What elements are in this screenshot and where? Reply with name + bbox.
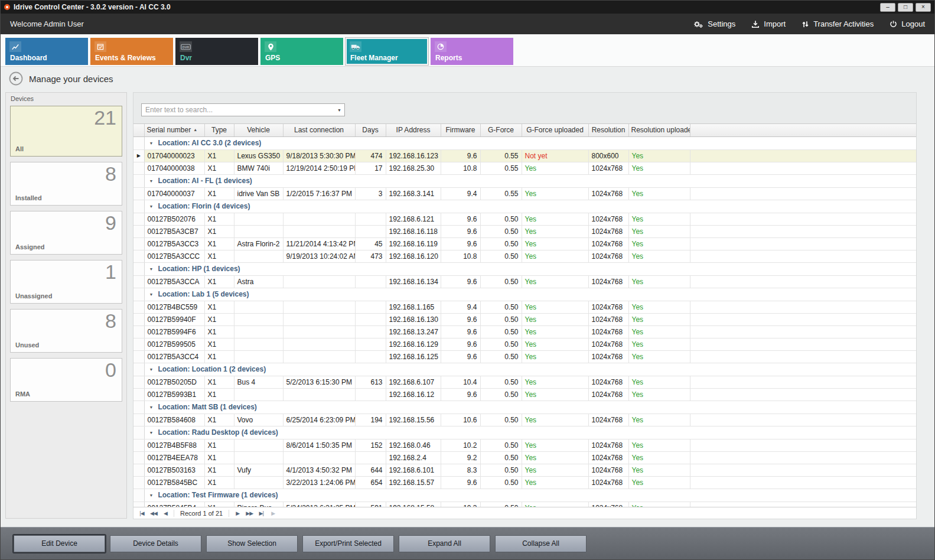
group-row[interactable]: ▼Location: Radu Desktop (4 devices) — [133, 426, 916, 439]
device-row[interactable]: 00127B502076X1192.168.6.1219.60.50Yes102… — [133, 213, 916, 225]
cell-g-force-uploaded: Yes — [522, 162, 588, 174]
group-row[interactable]: ▼Location: Test Firmware (1 devices) — [133, 489, 916, 502]
device-row[interactable]: 00127B4BC559X1192.168.1.1659.40.50Yes102… — [133, 301, 916, 313]
tab-reports[interactable]: Reports — [431, 38, 513, 65]
group-label: ▼Location: Matt SB (1 devices) — [144, 401, 916, 414]
column-header-last-connection[interactable]: Last connection — [283, 124, 355, 136]
cell-last-connection — [283, 225, 355, 237]
cell-ip-address: 192.168.1.165 — [386, 301, 441, 313]
collapse-group-icon[interactable]: ▼ — [149, 405, 154, 409]
column-header-firmware[interactable]: Firmware — [441, 124, 480, 136]
device-row[interactable]: 00127B50205DX1Bus 45/2/2013 6:15:30 PM61… — [133, 376, 916, 388]
device-row[interactable]: ▶017040000023X1Lexus GS3509/18/2013 5:30… — [133, 149, 916, 162]
device-row[interactable]: 00127B503163X1Vufy4/1/2013 4:50:32 PM644… — [133, 464, 916, 476]
device-row[interactable]: 00127B5A3CC4X1192.168.16.1259.60.50Yes10… — [133, 350, 916, 363]
group-row[interactable]: ▼Location: Location 1 (2 devices) — [133, 363, 916, 376]
transfer-activities-button[interactable]: Transfer Activities — [802, 19, 874, 28]
maximize-button[interactable]: □ — [898, 3, 913, 12]
row-indicator-cell — [133, 476, 144, 489]
device-details-button[interactable]: Device Details — [110, 535, 201, 552]
back-button[interactable] — [9, 71, 23, 86]
device-row[interactable]: 00127B4EEA78X1192.168.2.49.20.50Yes1024x… — [133, 451, 916, 464]
device-row[interactable]: 00127B5A3CCAX1Astra192.168.16.1349.60.50… — [133, 275, 916, 288]
next-record-button[interactable]: ▶ — [232, 510, 243, 516]
show-selection-button[interactable]: Show Selection — [206, 535, 298, 552]
device-row[interactable]: 00127B5845B4X1Pipera Bus5/24/2013 6:31:2… — [133, 502, 916, 507]
device-row[interactable]: 017040000037X1idrive Van SB1/2/2015 7:16… — [133, 187, 916, 200]
cell-g-force: 0.50 — [480, 414, 522, 426]
column-header-resolution-uploaded[interactable]: Resolution uploaded — [628, 124, 690, 136]
settings-button[interactable]: Settings — [693, 19, 735, 28]
device-filter-rma[interactable]: 0RMA — [10, 358, 122, 402]
export-print-selected-button[interactable]: Export/Print Selected — [302, 535, 394, 552]
column-header-resolution[interactable]: Resolution — [588, 124, 628, 136]
device-row[interactable]: 017040000038X1BMW 740i12/19/2014 2:50:19… — [133, 162, 916, 174]
column-header-vehicle[interactable]: Vehicle — [234, 124, 283, 136]
tab-dvr[interactable]: DVRDvr — [175, 38, 258, 65]
tab-events-reviews[interactable]: Events & Reviews — [90, 38, 173, 65]
tab-fleet-manager[interactable]: Fleet Manager — [346, 38, 428, 65]
device-row[interactable]: 00127B5A3CC3X1Astra Florin-211/21/2014 4… — [133, 237, 916, 250]
device-row[interactable]: 00127B5993B1X1192.168.16.129.60.50Yes102… — [133, 388, 916, 401]
main-panel: ▼ Serial number▲TypeVehicleLast connecti… — [133, 92, 917, 519]
back-arrow-icon — [9, 71, 23, 86]
device-filter-unassigned[interactable]: 1Unassigned — [10, 260, 122, 304]
expand-all-button[interactable]: Expand All — [399, 535, 490, 552]
device-filter-all[interactable]: 21All — [10, 106, 122, 157]
import-button[interactable]: Import — [751, 19, 786, 28]
group-row[interactable]: ▼Location: Florin (4 devices) — [133, 200, 916, 213]
device-filter-installed[interactable]: 8Installed — [10, 162, 122, 206]
minimize-button[interactable]: – — [880, 3, 895, 12]
device-row[interactable]: 00127B5A3CCCX19/19/2013 10:24:02 AM47319… — [133, 250, 916, 262]
first-record-button[interactable]: |◀ — [136, 510, 148, 516]
column-header-g-force[interactable]: G-Force — [480, 124, 522, 136]
column-header-serial-number[interactable]: Serial number▲ — [144, 124, 204, 136]
cell-resolution-uploaded: Yes — [628, 250, 690, 262]
prev-page-button[interactable]: ◀◀ — [148, 510, 159, 516]
device-row[interactable]: 00127B5994F6X1192.168.13.2479.60.50Yes10… — [133, 325, 916, 338]
cell-g-force-uploaded: Yes — [522, 325, 588, 338]
import-label: Import — [764, 19, 786, 28]
edit-device-button[interactable]: Edit Device — [14, 535, 105, 552]
collapse-group-icon[interactable]: ▼ — [149, 204, 154, 209]
device-filter-unused[interactable]: 8Unused — [10, 309, 122, 353]
last-record-button[interactable]: ▶| — [255, 510, 267, 516]
group-row[interactable]: ▼Location: Lab 1 (5 devices) — [133, 288, 916, 301]
device-row[interactable]: 00127B5845BCX13/22/2013 1:24:06 PM654192… — [133, 476, 916, 489]
device-row[interactable]: 00127B59940FX1192.168.16.1309.60.50Yes10… — [133, 313, 916, 325]
device-row[interactable]: 00127B4B5F88X18/6/2014 1:50:35 PM152192.… — [133, 439, 916, 451]
tab-dashboard[interactable]: Dashboard — [5, 38, 88, 65]
device-row[interactable]: 00127B5A3CB7X1192.168.16.1189.60.50Yes10… — [133, 225, 916, 237]
collapse-group-icon[interactable]: ▼ — [149, 367, 154, 372]
group-row[interactable]: ▼Location: Matt SB (1 devices) — [133, 401, 916, 414]
collapse-all-button[interactable]: Collapse All — [495, 535, 587, 552]
collapse-group-icon[interactable]: ▼ — [149, 141, 154, 145]
column-header-g-force-uploaded[interactable]: G-Force uploaded — [522, 124, 588, 136]
collapse-group-icon[interactable]: ▼ — [149, 292, 154, 297]
column-header-type[interactable]: Type — [204, 124, 234, 136]
group-row[interactable]: ▼Location: AI - FL (1 devices) — [133, 174, 916, 187]
collapse-group-icon[interactable]: ▼ — [149, 431, 154, 435]
device-row[interactable]: 00127B584608X1Vovo6/25/2014 6:23:09 PM19… — [133, 414, 916, 426]
extra-nav-button[interactable]: ▶ — [267, 510, 279, 516]
group-label: ▼Location: HP (1 devices) — [144, 262, 916, 275]
column-header-ip-address[interactable]: IP Address — [386, 124, 441, 136]
close-button[interactable]: × — [916, 3, 931, 12]
next-page-button[interactable]: ▶▶ — [243, 510, 255, 516]
tab-gps[interactable]: GPS — [260, 38, 343, 65]
group-row[interactable]: ▼Location: AI CC 3.0 (2 devices) — [133, 136, 916, 149]
search-dropdown-icon[interactable]: ▼ — [334, 104, 344, 116]
device-row[interactable]: 00127B599505X1192.168.16.1299.60.50Yes10… — [133, 338, 916, 350]
collapse-group-icon[interactable]: ▼ — [149, 267, 154, 271]
prev-record-button[interactable]: ◀ — [159, 510, 171, 516]
collapse-group-icon[interactable]: ▼ — [149, 179, 154, 183]
column-header-days[interactable]: Days — [355, 124, 386, 136]
group-label: ▼Location: Lab 1 (5 devices) — [144, 288, 916, 301]
cell-g-force: 0.50 — [480, 325, 522, 338]
window-title: Idrive Control Center - 3.0.2 version - … — [14, 3, 171, 11]
search-input[interactable] — [142, 104, 334, 116]
logout-button[interactable]: Logout — [890, 19, 925, 28]
device-filter-assigned[interactable]: 9Assigned — [10, 211, 122, 255]
group-row[interactable]: ▼Location: HP (1 devices) — [133, 262, 916, 275]
collapse-group-icon[interactable]: ▼ — [149, 493, 154, 497]
